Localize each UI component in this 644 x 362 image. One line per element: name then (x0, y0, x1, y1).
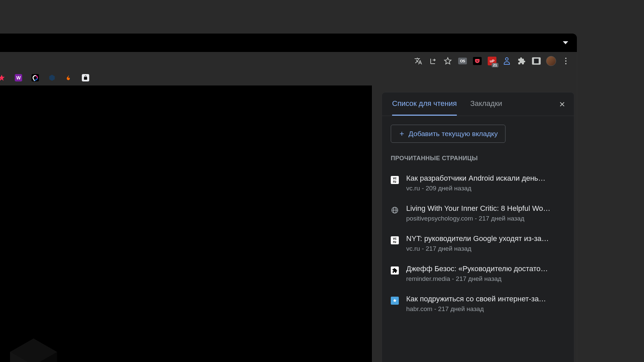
add-button-label: Добавить текущую вкладку (409, 130, 498, 138)
tab-reading-list[interactable]: Список для чтения (392, 93, 457, 116)
bookmark-w-icon[interactable]: W (15, 74, 22, 81)
reading-item-text: Как подружиться со своей интернет-за…hab… (406, 295, 565, 313)
bookmark-swirl-icon[interactable] (32, 74, 39, 81)
reading-list-item[interactable]: vcruNYT: руководители Google уходят из-з… (391, 229, 565, 259)
reading-item-text: Living With Your Inner Critic: 8 Helpful… (406, 204, 565, 222)
reading-item-meta: reminder.media - 217 дней назад (406, 275, 565, 283)
reading-list-item[interactable]: Джефф Безос: «Руководителю достато…remin… (391, 259, 565, 289)
reading-item-title: Как подружиться со своей интернет-за… (406, 295, 565, 303)
favicon-vc-icon: vcru (391, 236, 399, 244)
reading-list-panel: Список для чтения Закладки Добавить теку… (382, 92, 574, 362)
favicon-puzzle-icon (391, 266, 399, 275)
bookmark-star-icon[interactable] (441, 55, 454, 67)
reading-list-item[interactable]: vcruКак разработчики Android искали день… (391, 169, 565, 199)
reading-item-meta: habr.com - 217 дней назад (406, 305, 565, 313)
reading-item-title: NYT: руководители Google уходят из-за… (406, 234, 565, 243)
reading-list-item[interactable]: Как подружиться со своей интернет-за…hab… (391, 289, 565, 319)
reading-item-title: Джефф Безос: «Руководителю достато… (406, 264, 565, 273)
bookmark-colorstar-icon[interactable] (0, 74, 5, 81)
watermark-hex-icon (10, 339, 57, 362)
profile-avatar[interactable] (545, 55, 557, 67)
tab-search-dropdown-icon[interactable] (563, 41, 568, 44)
reading-item-meta: vc.ru - 209 дней назад (406, 185, 565, 192)
extension-ublock-icon[interactable]: uP21 (486, 55, 498, 67)
extension-person-icon[interactable] (500, 55, 513, 67)
tab-strip (0, 34, 577, 52)
main-page-view (0, 85, 372, 362)
extensions-puzzle-icon[interactable] (515, 55, 528, 67)
reading-item-text: Как разработчики Android искали день…vc.… (406, 174, 565, 192)
reading-item-title: Living With Your Inner Critic: 8 Helpful… (406, 204, 565, 213)
panel-tabs: Список для чтения Закладки (382, 93, 574, 116)
favicon-vc-icon: vcru (391, 176, 399, 184)
bookmark-fire-icon[interactable] (65, 74, 72, 81)
svg-marker-0 (0, 75, 5, 81)
toolbar: OS uP21 (0, 52, 577, 70)
bookmark-lock-icon[interactable] (82, 74, 89, 81)
add-current-tab-button[interactable]: Добавить текущую вкладку (391, 125, 505, 143)
extension-pocket-icon[interactable] (471, 55, 484, 67)
ublock-badge: 21 (492, 63, 498, 67)
share-icon[interactable] (427, 55, 439, 67)
bookmark-cube-icon[interactable] (48, 74, 56, 81)
read-pages-label: ПРОЧИТАННЫЕ СТРАНИЦЫ (391, 155, 565, 162)
reading-item-meta: positivepsychology.com - 217 дней назад (406, 215, 565, 222)
reading-list-item[interactable]: Living With Your Inner Critic: 8 Helpful… (391, 199, 565, 229)
reading-item-title: Как разработчики Android искали день… (406, 174, 565, 183)
translate-icon[interactable] (412, 55, 425, 67)
reading-item-text: NYT: руководители Google уходят из-за…vc… (406, 234, 565, 252)
side-panel: Список для чтения Закладки Добавить теку… (372, 85, 577, 362)
content-area: Список для чтения Закладки Добавить теку… (0, 85, 577, 362)
menu-more-icon[interactable] (559, 55, 572, 67)
browser-window: OS uP21 W (0, 34, 577, 362)
reading-item-meta: vc.ru - 217 дней назад (406, 245, 565, 252)
favicon-habr-icon (391, 297, 399, 305)
favicon-globe-icon (391, 206, 399, 214)
extension-os-icon[interactable]: OS (456, 55, 469, 67)
tab-bookmarks[interactable]: Закладки (470, 93, 502, 116)
close-panel-button[interactable] (557, 99, 567, 109)
panel-body: Добавить текущую вкладку ПРОЧИТАННЫЕ СТР… (382, 116, 574, 319)
reading-item-text: Джефф Безос: «Руководителю достато…remin… (406, 264, 565, 283)
reading-list: vcruКак разработчики Android искали день… (391, 169, 565, 319)
bookmarks-bar: W (0, 70, 577, 85)
side-panel-toggle-icon[interactable] (530, 55, 543, 67)
